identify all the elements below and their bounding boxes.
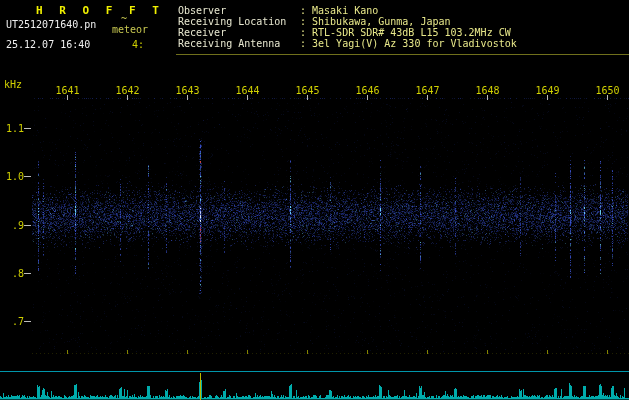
freq-tick-label: .9	[2, 220, 24, 231]
app-title: H R O F F T	[36, 5, 164, 16]
spectrogram-canvas	[0, 0, 629, 400]
mode-label: meteor	[112, 24, 148, 35]
counter-label: 4:	[132, 39, 144, 50]
header-field-row: Receiving Location: Shibukawa, Gunma, Ja…	[178, 16, 517, 27]
field-value: : Shibukawa, Gunma, Japan	[300, 16, 451, 27]
time-tick-label: 1646	[354, 85, 381, 96]
header-underline	[176, 54, 629, 55]
field-label: Receiving Antenna	[178, 38, 300, 49]
time-tick-label: 1645	[294, 85, 321, 96]
freq-tick-label: .7	[2, 316, 24, 327]
time-tick-label: 1647	[414, 85, 441, 96]
header-field-row: Receiver: RTL-SDR SDR# 43dB L15 103.2MHz…	[178, 27, 517, 38]
time-tick-label: 1648	[474, 85, 501, 96]
field-value: : 3el Yagi(V) Az 330 for Vladivostok	[300, 38, 517, 49]
field-value: : RTL-SDR SDR# 43dB L15 103.2MHz CW	[300, 27, 511, 38]
time-tick-label: 1644	[234, 85, 261, 96]
header-field-row: Receiving Antenna: 3el Yagi(V) Az 330 fo…	[178, 38, 517, 49]
freq-tick-label: 1.1	[2, 123, 24, 134]
field-label: Receiving Location	[178, 16, 300, 27]
freq-tick-label: 1.0	[2, 171, 24, 182]
time-tick-label: 1641	[54, 85, 81, 96]
freq-axis-unit: kHz	[4, 79, 22, 90]
time-tick-label: 1643	[174, 85, 201, 96]
freq-tick-label: .8	[2, 268, 24, 279]
field-label: Receiver	[178, 27, 300, 38]
time-tick-label: 1649	[534, 85, 561, 96]
datetime-label: 25.12.07 16:40	[6, 39, 90, 50]
header-field-row: Observer: Masaki Kano	[178, 5, 517, 16]
header-fields: Observer: Masaki KanoReceiving Location:…	[178, 5, 517, 49]
time-tick-label: 1642	[114, 85, 141, 96]
mode-tilde-mark: ~	[121, 13, 127, 24]
filename-label: UT2512071640.pn	[6, 19, 96, 30]
hrofft-screen: H R O F F T UT2512071640.pn ~ meteor 25.…	[0, 0, 629, 400]
time-tick-label: 1650	[594, 85, 621, 96]
field-value: : Masaki Kano	[300, 5, 378, 16]
field-label: Observer	[178, 5, 300, 16]
